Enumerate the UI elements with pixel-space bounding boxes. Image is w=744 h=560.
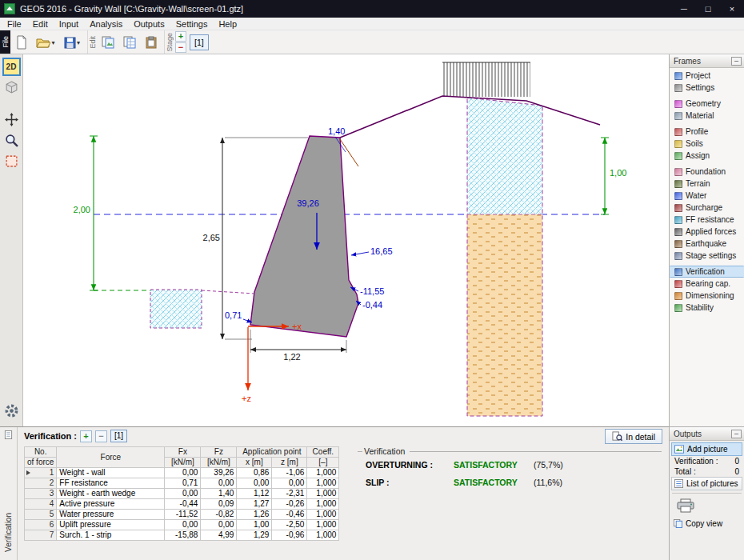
frame-item-project[interactable]: Project [670, 70, 744, 82]
list-of-pictures-button[interactable]: List of pictures [671, 477, 742, 490]
save-dropdown-arrow[interactable]: ▾ [77, 39, 80, 46]
frame-label: Verification [686, 267, 725, 276]
pan-button[interactable] [2, 110, 21, 129]
col-fz-unit: [kN/m] [201, 458, 237, 468]
frame-item-material[interactable]: Material [670, 110, 744, 122]
frame-item-stage-settings[interactable]: Stage settings [670, 250, 744, 262]
list-of-pictures-label: List of pictures [686, 479, 738, 488]
view-3d-button[interactable] [2, 78, 21, 97]
earthquake-icon [674, 240, 682, 248]
remove-verification-button[interactable]: − [95, 430, 107, 442]
frame-item-stability[interactable]: Stability [670, 302, 744, 314]
in-detail-button[interactable]: In detail [605, 429, 662, 444]
total-count-value: 0 [734, 467, 739, 476]
axis-z-label: +z [242, 394, 251, 403]
zoom-button[interactable] [2, 131, 21, 150]
outputs-total-count: Total : 0 [671, 466, 742, 477]
menu-outputs[interactable]: Outputs [128, 19, 170, 29]
new-file-button[interactable] [11, 32, 32, 53]
verification-count-label: Verification : [674, 457, 718, 466]
stage-settings-icon [674, 252, 682, 260]
dim-stem-height-label: 2,65 [203, 233, 220, 242]
frame-item-earthquake[interactable]: Earthquake [670, 238, 744, 250]
add-verification-button[interactable]: + [80, 430, 92, 442]
table-row[interactable]: 1 Weight - wall0,0039,26 0,86-1,061,000 [25, 468, 339, 478]
maximize-button[interactable]: □ [696, 0, 720, 18]
verification-stage-chip[interactable]: [1] [110, 430, 127, 442]
frame-item-profile[interactable]: Profile [670, 126, 744, 138]
open-file-button[interactable]: ▾ [33, 32, 58, 53]
bottom-side-tab[interactable]: Verification [0, 427, 18, 560]
open-dropdown-arrow[interactable]: ▾ [51, 39, 54, 46]
file-ribbon-tab[interactable]: File [0, 30, 10, 54]
frames-collapse-button[interactable]: – [731, 57, 742, 66]
close-button[interactable]: × [720, 0, 744, 18]
menu-analysis[interactable]: Analysis [84, 19, 128, 29]
drawing-settings-button[interactable] [2, 402, 21, 420]
menu-bar: File Edit Input Analysis Outputs Setting… [0, 18, 744, 30]
frame-item-soils[interactable]: Soils [670, 138, 744, 150]
table-row[interactable]: 6 Uplift pressure0,000,00 1,00-2,501,000 [25, 520, 339, 530]
frame-item-terrain[interactable]: Terrain [670, 178, 744, 190]
gravity-wall-body[interactable] [250, 136, 358, 337]
frame-item-surcharge[interactable]: Surcharge [670, 202, 744, 214]
edit-group-text: Edit [89, 36, 97, 49]
soil-layer-clay [467, 98, 542, 214]
remove-stage-button[interactable]: − [175, 42, 186, 53]
table-row[interactable]: 2 FF resistance0,710,00 0,000,001,000 [25, 478, 339, 489]
menu-file[interactable]: File [2, 19, 27, 29]
save-file-button[interactable]: ▾ [59, 32, 85, 53]
edit-group-label: Edit [87, 30, 97, 54]
frame-item-applied-forces[interactable]: Applied forces [670, 226, 744, 238]
add-stage-button[interactable]: + [175, 31, 186, 42]
forces-table[interactable]: No. Force Fx Fz Application point Coeff.… [24, 446, 339, 541]
front-soil-block [150, 290, 202, 328]
frame-label: Applied forces [686, 227, 736, 236]
frame-item-bearing-cap[interactable]: Bearing cap. [670, 278, 744, 290]
frame-item-settings[interactable]: Settings [670, 82, 744, 94]
menu-edit[interactable]: Edit [27, 19, 54, 29]
minimize-button[interactable]: ─ [672, 0, 696, 18]
table-row[interactable]: 5 Water pressure-11,52-0,82 1,26-0,461,0… [25, 510, 339, 520]
copy-table-button[interactable] [119, 32, 140, 53]
frame-item-dimensioning[interactable]: Dimensioning [670, 290, 744, 302]
frame-item-water[interactable]: Water [670, 190, 744, 202]
table-row[interactable]: 3 Weight - earth wedge0,001,40 1,12-2,31… [25, 489, 339, 499]
outputs-collapse-button[interactable]: – [731, 430, 742, 438]
paste-button[interactable] [141, 32, 162, 53]
new-document-icon [15, 35, 28, 50]
select-frame-button[interactable] [2, 152, 21, 170]
view-2d-button[interactable]: 2D [2, 58, 21, 76]
print-button[interactable] [674, 496, 698, 515]
menu-input[interactable]: Input [54, 19, 84, 29]
menu-help[interactable]: Help [213, 19, 242, 29]
slip-status: SATISFACTORY [454, 478, 534, 487]
backfill-slope-line [340, 139, 358, 166]
table-row[interactable]: 4 Active pressure-0,440,09 1,27-0,261,00… [25, 499, 339, 510]
add-picture-button[interactable]: Add picture [671, 442, 742, 456]
frame-label: Material [686, 111, 714, 120]
applied-forces-icon [674, 228, 682, 236]
frame-item-verification[interactable]: Verification [670, 266, 744, 278]
overturning-result: OVERTURNING : SATISFACTORY (75,7%) [358, 460, 662, 470]
in-detail-icon [612, 431, 622, 442]
stage-group-label: Stage [164, 30, 174, 54]
pan-arrows-icon [5, 113, 18, 126]
frames-panel: Frames – Project Settings Geometry Mater… [670, 54, 744, 426]
copy-picture-button[interactable] [98, 32, 118, 53]
window-title: GEO5 2016 - Gravity Wall [C:\Gravity-Wal… [20, 4, 672, 14]
table-row[interactable]: 7 Surch. 1 - strip-15,884,99 1,29-0,961,… [25, 530, 339, 541]
menu-settings[interactable]: Settings [170, 19, 214, 29]
frame-item-geometry[interactable]: Geometry [670, 98, 744, 110]
frame-item-foundation[interactable]: Foundation [670, 166, 744, 178]
save-icon [64, 37, 76, 49]
outputs-verification-count: Verification : 0 [671, 456, 742, 466]
stage-number-button[interactable]: [1] [190, 34, 209, 50]
frame-label: Profile [686, 127, 708, 136]
frame-item-assign[interactable]: Assign [670, 150, 744, 162]
drawing-canvas[interactable]: 2,65 1,22 2,00 1,00 [23, 54, 669, 426]
col-fz: Fz [201, 447, 237, 458]
material-icon [674, 112, 682, 120]
copy-view-button[interactable]: Copy view [671, 517, 742, 530]
frame-item-ff-resistance[interactable]: FF resistance [670, 214, 744, 226]
